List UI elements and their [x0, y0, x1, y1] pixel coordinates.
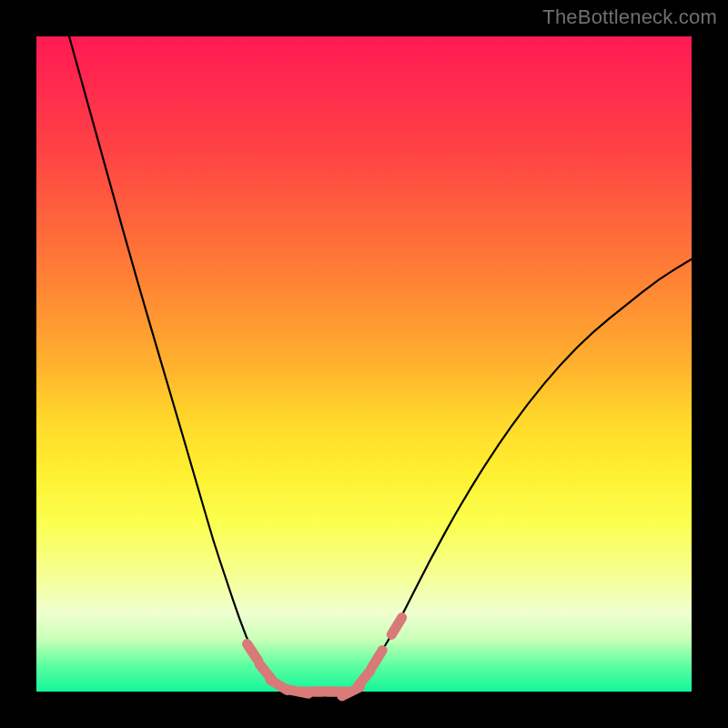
highlight-marker	[391, 618, 401, 635]
chart-frame: TheBottleneck.com	[0, 0, 728, 728]
curve-group	[69, 36, 692, 696]
highlight-marker	[248, 644, 258, 661]
bottleneck-curve-chart	[36, 36, 692, 692]
highlight-markers	[248, 618, 402, 696]
highlight-marker	[372, 651, 383, 668]
highlight-marker	[358, 671, 370, 686]
watermark-text: TheBottleneck.com	[542, 5, 717, 29]
bottleneck-curve	[69, 36, 692, 692]
